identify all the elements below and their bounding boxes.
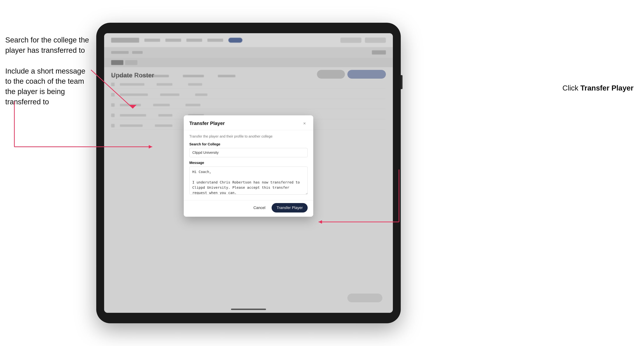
transfer-player-modal: Transfer Player × Transfer the player an… <box>184 115 313 217</box>
ipad-screen: Update Roster Transfer Player × Transfer… <box>104 33 393 313</box>
modal-body: Transfer the player and their profile to… <box>184 130 313 200</box>
annotation-message-text: Include a short message to the coach of … <box>5 66 93 107</box>
annotation-left: Search for the college the player has tr… <box>5 35 93 118</box>
modal-overlay: Transfer Player × Transfer the player an… <box>104 33 393 313</box>
message-label: Message <box>189 161 308 165</box>
cancel-button[interactable]: Cancel <box>250 203 269 212</box>
annotation-search-text: Search for the college the player has tr… <box>5 35 93 56</box>
search-college-label: Search for College <box>189 142 308 146</box>
modal-footer: Cancel Transfer Player <box>184 200 313 217</box>
message-textarea[interactable]: Hi Coach, I understand Chris Robertson h… <box>189 167 308 194</box>
modal-description: Transfer the player and their profile to… <box>189 134 308 138</box>
ipad-frame: Update Roster Transfer Player × Transfer… <box>96 23 401 323</box>
annotation-transfer-bold: Transfer Player <box>580 84 634 92</box>
transfer-player-button[interactable]: Transfer Player <box>272 203 308 212</box>
modal-header: Transfer Player × <box>184 115 313 130</box>
annotation-click-text: Click <box>562 84 580 92</box>
annotation-right: Click Transfer Player <box>562 84 634 92</box>
modal-close-button[interactable]: × <box>301 120 308 127</box>
modal-title: Transfer Player <box>189 121 225 126</box>
ipad-power-button <box>401 75 402 89</box>
home-indicator <box>231 309 266 310</box>
search-college-input[interactable] <box>189 148 308 157</box>
